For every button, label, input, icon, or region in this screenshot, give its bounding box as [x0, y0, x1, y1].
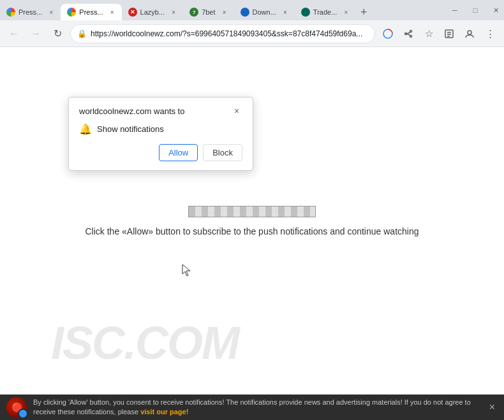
- notification-bar-icon: 🔴: [6, 397, 27, 417]
- svg-rect-6: [447, 34, 451, 35]
- tab-6[interactable]: Trade... ×: [295, 4, 356, 20]
- tab-4-label: 7bet: [202, 8, 215, 16]
- google-icon[interactable]: [379, 25, 397, 43]
- tab-5-close[interactable]: ×: [281, 8, 290, 17]
- profile-icon[interactable]: [461, 25, 478, 43]
- main-text-content: Click the «Allow» button to subscribe to…: [85, 226, 419, 236]
- tab-3-close[interactable]: ×: [169, 8, 178, 17]
- bookmark-icon[interactable]: ☆: [420, 25, 438, 43]
- toolbar-icons: ☆ ⋮: [379, 25, 499, 43]
- svg-point-8: [468, 31, 471, 34]
- loading-bar: [188, 206, 316, 217]
- svg-rect-5: [447, 32, 451, 33]
- tab-6-close[interactable]: ×: [341, 8, 350, 17]
- share-icon[interactable]: [399, 25, 417, 43]
- forward-button[interactable]: →: [27, 25, 45, 43]
- popup-row: 🔔 Show notifications: [79, 123, 242, 135]
- tab-1-label: Press...: [19, 8, 42, 16]
- notification-bar-text: By clicking 'Allow' button, you consent …: [33, 398, 480, 417]
- tab-3-label: Lazyb...: [140, 8, 165, 16]
- tab-5-label: Down...: [253, 8, 276, 16]
- tab-2-label: Press...: [79, 8, 103, 16]
- tab-4-close[interactable]: ×: [220, 8, 229, 17]
- permission-popup: worldcoolnewz.com wants to × 🔔 Show noti…: [68, 97, 253, 171]
- back-button[interactable]: ←: [5, 25, 23, 43]
- tab-4-favicon: 7: [189, 8, 198, 17]
- popup-close-button[interactable]: ×: [231, 105, 242, 117]
- popup-actions: Allow Block: [79, 144, 242, 161]
- mouse-cursor: [182, 264, 191, 277]
- notification-bar: 🔴 By clicking 'Allow' button, you consen…: [0, 395, 504, 420]
- svg-rect-7: [447, 36, 450, 37]
- refresh-button[interactable]: ↻: [48, 25, 66, 43]
- close-button[interactable]: ✕: [487, 4, 504, 17]
- popup-title: worldcoolnewz.com wants to: [79, 106, 184, 116]
- page-content: worldcoolnewz.com wants to × 🔔 Show noti…: [0, 47, 504, 395]
- bell-icon: 🔔: [79, 123, 92, 135]
- url-text: https://worldcoolnewz.com/?s=69964057184…: [91, 29, 368, 38]
- svg-point-3: [405, 33, 407, 34]
- allow-button[interactable]: Allow: [159, 144, 198, 161]
- minimize-button[interactable]: ─: [447, 4, 463, 17]
- notification-text-before: By clicking 'Allow' button, you consent …: [33, 398, 471, 416]
- new-tab-button[interactable]: +: [355, 4, 372, 20]
- menu-icon[interactable]: ⋮: [481, 25, 499, 43]
- notification-link[interactable]: visit our page!: [140, 408, 188, 416]
- svg-point-1: [410, 30, 412, 32]
- loading-bar-wrapper: [188, 206, 316, 217]
- tab-1-favicon: [6, 8, 15, 17]
- tab-1-close[interactable]: ×: [47, 8, 56, 17]
- popup-header: worldcoolnewz.com wants to ×: [79, 105, 242, 117]
- tab-2-close[interactable]: ×: [108, 8, 117, 17]
- tab-4[interactable]: 7 7bet ×: [183, 4, 233, 20]
- block-button[interactable]: Block: [203, 144, 242, 161]
- tab-strip: Press... × Press... × ✕ Lazyb... × 7 7be…: [0, 0, 504, 20]
- tab-6-label: Trade...: [313, 8, 337, 16]
- watermark-logo: ISC.COM: [51, 317, 239, 369]
- lock-icon: 🔒: [77, 29, 87, 38]
- tab-2-favicon: [67, 8, 76, 17]
- tab-1[interactable]: Press... ×: [0, 4, 61, 20]
- notification-bar-close[interactable]: ×: [487, 399, 498, 416]
- tab-2[interactable]: Press... ×: [61, 4, 121, 20]
- popup-notification-label: Show notifications: [97, 124, 164, 134]
- tab-5-favicon: [241, 8, 249, 17]
- tab-3-favicon: ✕: [128, 8, 137, 17]
- reader-icon[interactable]: [440, 25, 458, 43]
- toolbar: ← → ↻ 🔒 https://worldcoolnewz.com/?s=699…: [0, 20, 504, 47]
- maximize-button[interactable]: □: [467, 4, 484, 17]
- tab-5[interactable]: Down... ×: [234, 4, 295, 20]
- page-main-text: Click the «Allow» button to subscribe to…: [66, 226, 438, 236]
- notification-icon-symbol: 🔴: [11, 402, 22, 412]
- tab-6-favicon: [301, 8, 310, 17]
- svg-point-2: [410, 35, 412, 37]
- tabs-container: Press... × Press... × ✕ Lazyb... × 7 7be…: [0, 0, 447, 20]
- window-controls: ─ □ ✕: [447, 0, 504, 20]
- tab-3[interactable]: ✕ Lazyb... ×: [122, 4, 184, 20]
- address-bar[interactable]: 🔒 https://worldcoolnewz.com/?s=699640571…: [70, 24, 375, 43]
